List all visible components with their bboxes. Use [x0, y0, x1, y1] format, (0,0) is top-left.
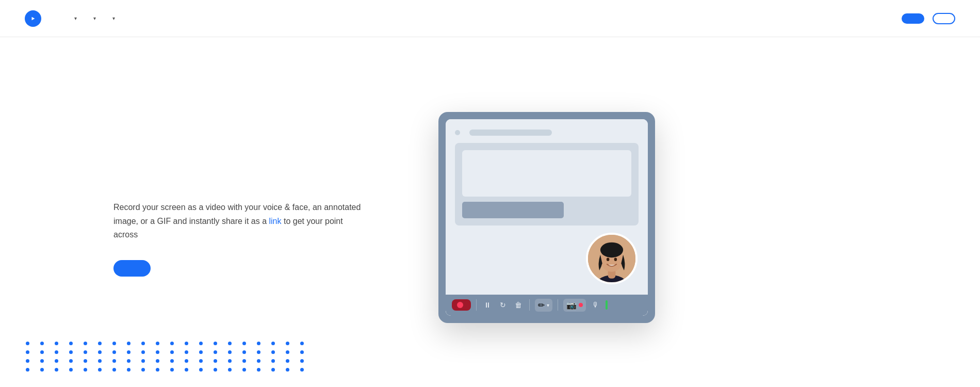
dot	[300, 350, 304, 354]
pause-icon[interactable]: ⏸	[482, 299, 493, 311]
dot	[84, 350, 87, 354]
dot	[26, 342, 29, 345]
toolbar-separator-1	[476, 299, 477, 311]
dot	[40, 368, 44, 372]
mockup-toolbar: ⏸ ↻ 🗑 ✏ ▾ 📷 🎙	[446, 295, 648, 316]
dot	[84, 368, 87, 372]
dot	[214, 368, 217, 372]
dot	[40, 350, 44, 354]
dot	[84, 359, 87, 363]
record-button[interactable]	[452, 299, 471, 311]
dot	[257, 368, 260, 372]
hero-signup-button[interactable]	[113, 260, 151, 277]
toolbar-separator-2	[529, 299, 530, 311]
dot	[156, 342, 159, 345]
dot	[127, 368, 130, 372]
link-anchor[interactable]: link	[269, 217, 281, 225]
nav-pricing[interactable]	[123, 14, 136, 23]
dot	[199, 350, 203, 354]
resources-chevron-icon: ▾	[112, 15, 115, 21]
dot	[156, 359, 159, 363]
dot	[286, 342, 289, 345]
dot	[185, 368, 188, 372]
svg-point-5	[600, 242, 623, 257]
dot	[55, 368, 58, 372]
dot	[84, 342, 87, 345]
dot	[242, 359, 246, 363]
dot	[199, 368, 203, 372]
nav-links: ▾ ▾ ▾	[66, 11, 877, 25]
dot	[228, 368, 232, 372]
dot	[271, 368, 275, 372]
dot	[185, 342, 188, 345]
mockup-screen-inner	[446, 119, 648, 295]
record-icon	[457, 302, 463, 308]
toolbar-separator-3	[558, 299, 558, 311]
pen-icon: ✏	[538, 300, 545, 310]
dot	[127, 342, 130, 345]
dot	[141, 342, 145, 345]
content-block	[455, 143, 639, 225]
dot	[170, 350, 174, 354]
dot	[40, 359, 44, 363]
dot	[214, 359, 217, 363]
navbar: ▾ ▾ ▾	[0, 0, 980, 37]
dot	[185, 350, 188, 354]
dot	[69, 359, 73, 363]
dot	[55, 342, 58, 345]
camera-group[interactable]: 📷	[563, 299, 586, 312]
dot	[141, 359, 145, 363]
dot	[228, 359, 232, 363]
dot	[141, 368, 145, 372]
logo[interactable]	[25, 10, 45, 27]
mic-icon[interactable]: 🎙	[590, 299, 601, 311]
svg-point-7	[614, 257, 617, 261]
dot	[170, 368, 174, 372]
dot	[69, 350, 73, 354]
dot	[55, 359, 58, 363]
browser-bar	[455, 130, 639, 136]
logo-icon	[25, 10, 41, 27]
dot	[98, 350, 102, 354]
nav-product[interactable]: ▾	[66, 11, 83, 25]
dot	[112, 342, 116, 345]
dot	[141, 350, 145, 354]
dot	[214, 342, 217, 345]
annotation-group[interactable]: ✏ ▾	[535, 299, 552, 312]
dot	[127, 359, 130, 363]
dot	[257, 359, 260, 363]
nav-use-cases[interactable]: ▾	[85, 11, 102, 25]
dot	[112, 359, 116, 363]
content-text-placeholder	[462, 202, 564, 218]
hero-section: Record your screen as a video with your …	[0, 37, 980, 387]
avatar	[586, 233, 638, 284]
dot	[170, 342, 174, 345]
dot	[242, 368, 246, 372]
hero-description: Record your screen as a video with your …	[113, 201, 366, 241]
dot	[271, 359, 275, 363]
nav-right	[877, 13, 955, 24]
dot	[300, 342, 304, 345]
dot	[228, 342, 232, 345]
nav-resources[interactable]: ▾	[104, 11, 121, 25]
dot	[26, 359, 29, 363]
dots-decoration: // Generate dots const grid = document.q…	[26, 342, 309, 372]
dot	[286, 350, 289, 354]
dot	[26, 368, 29, 372]
refresh-icon[interactable]: ↻	[497, 299, 509, 311]
dot	[257, 350, 260, 354]
delete-icon[interactable]: 🗑	[513, 299, 524, 311]
dot	[98, 342, 102, 345]
mockup-screen: ⏸ ↻ 🗑 ✏ ▾ 📷 🎙	[446, 119, 648, 316]
hero-title	[113, 158, 402, 189]
dot	[228, 350, 232, 354]
content-image-placeholder	[462, 150, 631, 197]
dot	[156, 350, 159, 354]
dot	[242, 342, 246, 345]
product-chevron-icon: ▾	[74, 15, 77, 21]
signup-button[interactable]	[902, 13, 924, 24]
contact-sales-button[interactable]	[933, 13, 955, 24]
login-button[interactable]	[877, 14, 893, 23]
camera-active-dot	[579, 303, 583, 307]
dot	[112, 350, 116, 354]
